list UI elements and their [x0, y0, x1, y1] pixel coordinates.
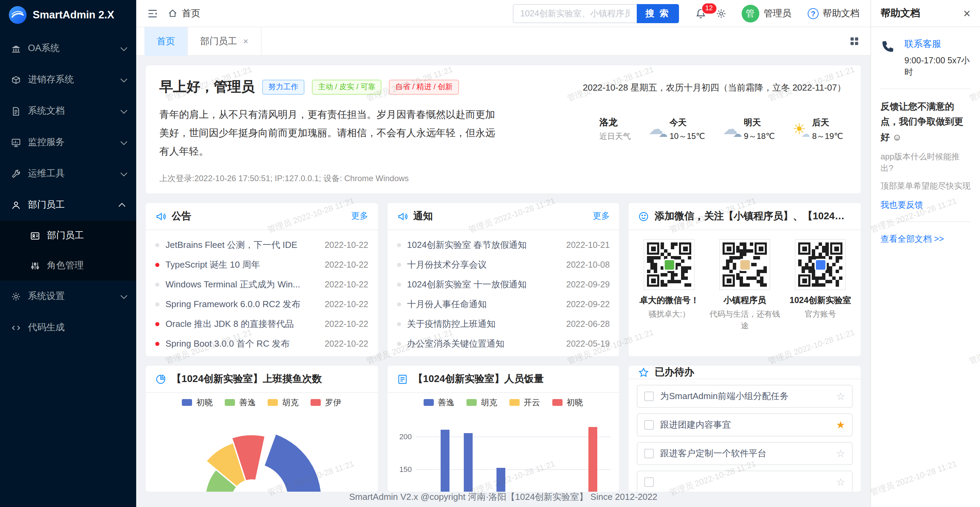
tab-label: 部门员工 [200, 35, 237, 47]
chevron-down-icon [121, 75, 127, 82]
sidebar-item-docs[interactable]: 系统文档 [0, 95, 136, 127]
sidebar-item-inventory[interactable]: 进销存系统 [0, 64, 136, 95]
view-all-docs-link[interactable]: 查看全部文档 >> [881, 234, 944, 244]
weather-city-name: 洛龙 [599, 116, 631, 129]
todo-header: 已办待办 [629, 366, 861, 379]
feedback-link[interactable]: 我也要反馈 [881, 200, 923, 211]
sidebar-item-monitor[interactable]: 监控服务 [0, 127, 136, 158]
checkbox[interactable] [644, 477, 654, 487]
logo-icon [9, 6, 27, 24]
help-panel-title: 帮助文档 [881, 7, 920, 20]
legend-item[interactable]: 善逸 [225, 397, 256, 408]
help-doc-button[interactable]: 帮助文档 [808, 7, 859, 19]
notice-list: 1024创新实验室 春节放假通知2022-10-21 十月份技术分享会议2022… [387, 230, 619, 353]
sidebar-item-ops[interactable]: 运维工具 [0, 158, 136, 189]
announcement-item[interactable]: JetBrains Fleet 公测，下一代 IDE2022-10-22 [155, 235, 368, 255]
sidebar-item-codegen[interactable]: 代码生成 [0, 312, 136, 343]
qr-name: 卓大的微信号！ [640, 295, 699, 307]
checkbox[interactable] [644, 449, 654, 458]
announcement-item[interactable]: TypeScript 诞生 10 周年2022-10-22 [155, 255, 368, 275]
wechat-card: 添加微信，关注【小镇程序员】、【1024创新 卓大的微信号！ 骚扰卓大:） 小镇… [629, 203, 861, 356]
rose-chart [146, 411, 378, 492]
legend-item[interactable]: 初晓 [552, 397, 583, 408]
search-button[interactable]: 搜 索 [637, 4, 679, 23]
notice-item[interactable]: 1024创新实验室 春节放假通知2022-10-21 [397, 235, 609, 255]
contact-support-link[interactable]: 联系客服 [904, 38, 970, 50]
chevron-up-icon [118, 203, 125, 210]
checkbox[interactable] [644, 392, 654, 401]
meal-chart-card: 【1024创新实验室】人员饭量 善逸 胡克 开云 初晓 200150 [387, 366, 619, 492]
announcement-more-link[interactable]: 更多 [351, 210, 368, 222]
announcement-item[interactable]: Spring Boot 3.0.0 首个 RC 发布2022-10-22 [155, 334, 368, 353]
todo-item[interactable]: 跟进团建内容事宜 [637, 413, 853, 437]
legend-item[interactable]: 开云 [509, 397, 540, 408]
tab-home[interactable]: 首页 [145, 27, 188, 56]
legend-item[interactable]: 初晓 [182, 397, 213, 408]
notice-item[interactable]: 1024创新实验室 十一放假通知2022-09-29 [397, 275, 609, 294]
star-toggle-icon[interactable] [836, 448, 845, 459]
star-toggle-icon[interactable] [836, 420, 845, 431]
qr-column-lab: 1024创新实验室 官方账号 [784, 239, 856, 332]
partly-sunny-icon: ☀☁ [793, 122, 806, 137]
notice-item[interactable]: 关于疫情防控上班通知2022-06-28 [397, 314, 609, 334]
pie-chart-icon [155, 373, 166, 385]
weather-subtitle: 近日天气 [599, 132, 631, 141]
announcement-item[interactable]: Spring Framework 6.0.0 RC2 发布2022-10-22 [155, 294, 368, 314]
legend-item[interactable]: 善逸 [423, 397, 454, 408]
legend-item[interactable]: 胡克 [268, 397, 299, 408]
search-input[interactable] [513, 4, 637, 23]
cards-row-1: 公告 更多 JetBrains Fleet 公测，下一代 IDE2022-10-… [146, 203, 861, 356]
sidebar-item-label: OA系统 [28, 42, 60, 54]
chevron-down-icon [121, 138, 127, 145]
sidebar-item-settings[interactable]: 系统设置 [0, 281, 136, 312]
legend-swatch [552, 399, 563, 406]
announcement-item[interactable]: Oracle 推出 JDK 8 的直接替代品2022-10-22 [155, 314, 368, 334]
tab-close-icon[interactable] [243, 36, 248, 46]
meal-chart-header: 【1024创新实验室】人员饭量 [387, 366, 619, 393]
notice-item[interactable]: 办公室消杀关键位置通知2022-05-19 [397, 334, 609, 353]
bullet-dot [397, 322, 401, 326]
legend-swatch [509, 399, 520, 406]
star-toggle-icon[interactable] [836, 477, 845, 488]
sidebar-item-label: 监控服务 [28, 136, 65, 148]
sidebar-item-oa[interactable]: OA系统 [0, 33, 136, 64]
qr-code [644, 239, 695, 290]
settings-gear-button[interactable] [716, 8, 726, 19]
breadcrumb[interactable]: 首页 [167, 7, 200, 19]
legend-item[interactable]: 罗伊 [311, 397, 342, 408]
megaphone-icon [397, 211, 407, 222]
close-icon[interactable] [963, 7, 970, 19]
notification-bell[interactable]: 12 [695, 8, 706, 19]
item-title: JetBrains Fleet 公测，下一代 IDE [165, 239, 318, 251]
todo-item[interactable] [637, 470, 853, 492]
item-date: 2022-10-21 [566, 240, 610, 250]
menu-collapse-icon[interactable] [147, 8, 158, 19]
tab-dept-employees[interactable]: 部门员工 [188, 27, 261, 56]
card-title: 添加微信，关注【小镇程序员】、【1024创新 [655, 210, 851, 223]
item-title: Windows Terminal 正式成为 Win... [165, 278, 318, 291]
notification-count-badge: 12 [701, 2, 717, 14]
announcement-item[interactable]: Windows Terminal 正式成为 Win...2022-10-22 [155, 275, 368, 294]
topbar: 首页 搜 索 12 管 管理员 帮助文档 [136, 0, 870, 27]
qr-row: 卓大的微信号！ 骚扰卓大:） 小镇程序员 代码与生活，还有钱途 1024创新实验… [629, 230, 861, 332]
sidebar-subitem-dept-employees[interactable]: 部门员工 [0, 221, 136, 251]
sidebar-item-dept[interactable]: 部门员工 [0, 189, 136, 221]
todo-item[interactable]: 跟进客户定制一个软件平台 [637, 442, 853, 465]
chevron-down-icon [121, 106, 127, 113]
notice-more-link[interactable]: 更多 [593, 210, 610, 222]
layout-grid-button[interactable] [849, 36, 859, 46]
star-toggle-icon[interactable] [836, 391, 845, 402]
todo-item[interactable]: 为SmartAdmin前端小组分配任务 [637, 385, 853, 408]
checkbox[interactable] [644, 420, 654, 430]
slacking-chart-header: 【1024创新实验室】上班摸鱼次数 [146, 366, 378, 393]
sidebar-item-label: 系统设置 [28, 290, 65, 302]
notice-item[interactable]: 十月份人事任命通知2022-09-22 [397, 294, 609, 314]
help-doc-label: 帮助文档 [822, 7, 859, 19]
todo-text: 跟进团建内容事宜 [660, 419, 830, 431]
sidebar-subitem-role-management[interactable]: 角色管理 [0, 251, 136, 281]
notice-item[interactable]: 十月份技术分享会议2022-10-08 [397, 255, 609, 275]
inventory-icon [11, 75, 21, 85]
bullet-dot [155, 282, 159, 286]
legend-item[interactable]: 胡克 [466, 397, 497, 408]
user-menu[interactable]: 管 管理员 [741, 5, 791, 22]
